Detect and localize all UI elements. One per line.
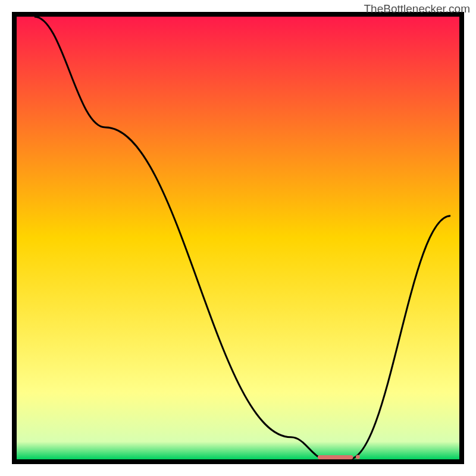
watermark-text: TheBottlenecker.com <box>364 2 470 15</box>
plot-background <box>17 17 459 459</box>
svg-rect-0 <box>318 455 353 459</box>
chart-container: TheBottlenecker.com <box>0 0 476 476</box>
svg-point-1 <box>356 455 360 459</box>
bottleneck-chart <box>0 0 476 476</box>
